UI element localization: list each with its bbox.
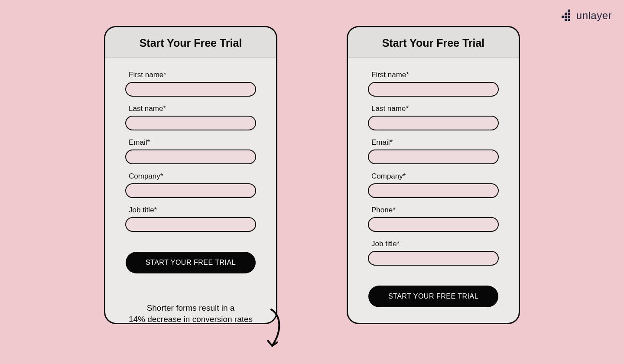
form-card-long: Start Your Free Trial First name* Last n… [347,26,520,324]
svg-rect-2 [568,13,570,15]
email-label: Email* [125,138,256,147]
company-label: Company* [368,172,499,181]
svg-rect-7 [568,19,570,21]
phone-input[interactable] [368,217,499,232]
email-input[interactable] [368,150,499,164]
svg-rect-0 [568,10,570,12]
field-job-title: Job title* [368,240,499,266]
company-input[interactable] [368,183,499,198]
card-title: Start Your Free Trial [105,27,276,58]
start-trial-button[interactable]: START YOUR FREE TRIAL [126,252,256,273]
company-label: Company* [125,172,256,181]
field-first-name: First name* [368,71,499,97]
first-name-input[interactable] [368,82,499,97]
svg-rect-1 [565,13,567,15]
field-last-name: Last name* [368,104,499,130]
job-title-label: Job title* [125,206,256,214]
field-first-name: First name* [125,71,256,97]
field-company: Company* [368,172,499,198]
svg-rect-4 [565,16,567,18]
first-name-label: First name* [125,71,256,79]
field-email: Email* [368,138,499,164]
job-title-input[interactable] [368,251,499,266]
form-card-short: Start Your Free Trial First name* Last n… [104,26,277,324]
last-name-label: Last name* [368,104,499,113]
svg-rect-3 [562,16,564,18]
svg-rect-5 [568,16,570,18]
caption-line-1: Shorter forms result in a [147,303,235,312]
email-input[interactable] [125,150,256,164]
curved-arrow-icon [263,307,285,354]
svg-rect-6 [565,19,567,21]
field-last-name: Last name* [125,104,256,130]
first-name-input[interactable] [125,82,256,97]
caption-text: Shorter forms result in a 14% decrease i… [104,302,277,325]
field-job-title: Job title* [125,206,256,232]
caption-line-2: 14% decrease in conversion rates [129,315,253,324]
field-phone: Phone* [368,206,499,232]
last-name-input[interactable] [125,116,256,130]
email-label: Email* [368,138,499,147]
field-company: Company* [125,172,256,198]
field-email: Email* [125,138,256,164]
brand-logo-mark-icon [562,10,572,22]
last-name-input[interactable] [368,116,499,130]
start-trial-button[interactable]: START YOUR FREE TRIAL [368,286,498,307]
company-input[interactable] [125,183,256,198]
last-name-label: Last name* [125,104,256,113]
brand-logo: unlayer [562,10,612,22]
job-title-label: Job title* [368,240,499,248]
card-title: Start Your Free Trial [348,27,519,58]
phone-label: Phone* [368,206,499,214]
brand-logo-text: unlayer [576,10,612,22]
job-title-input[interactable] [125,217,256,232]
first-name-label: First name* [368,71,499,79]
